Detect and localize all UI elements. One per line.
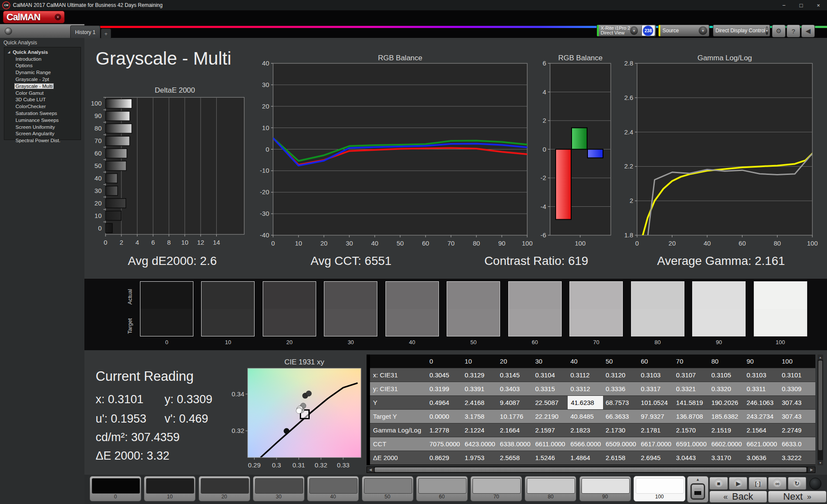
sidebar-item-color-gamut[interactable]: Color Gamut <box>4 90 81 96</box>
table-cell[interactable]: 0.3145 <box>497 368 533 382</box>
source-dropdown-arrow-icon[interactable]: ▼ <box>699 26 707 35</box>
table-cell[interactable]: 2.4168 <box>462 396 497 409</box>
scroll-down-icon[interactable]: ▼ <box>818 460 823 465</box>
table-cell[interactable]: 2.6945 <box>638 451 674 464</box>
table-cell[interactable]: 0.4964 <box>427 396 462 409</box>
selected-cell[interactable]: 41.6238 <box>568 396 603 409</box>
patch-button-40[interactable]: 40 <box>307 476 359 501</box>
sidebar-item-spectral-power-dist-[interactable]: Spectral Power Dist. <box>4 137 81 144</box>
table-cell[interactable]: 190.2026 <box>709 396 744 409</box>
sidebar-item-luminance-sweeps[interactable]: Luminance Sweeps <box>4 117 81 124</box>
scroll-right-icon[interactable]: ▶ <box>808 467 815 473</box>
table-cell[interactable]: 101.0524 <box>638 396 674 409</box>
table-cell[interactable]: 22.5087 <box>532 396 568 409</box>
table-cell[interactable]: 0.3403 <box>497 382 533 395</box>
table-cell[interactable]: 6566.0000 <box>568 437 603 451</box>
table-cell[interactable]: 0.3309 <box>779 382 815 395</box>
table-cell[interactable]: 6611.0000 <box>532 437 568 451</box>
table-cell[interactable]: 97.9327 <box>638 410 674 423</box>
table-cell[interactable]: 9.4087 <box>497 396 533 409</box>
table-cell[interactable]: 6509.0000 <box>603 437 638 451</box>
table-cell[interactable]: 0.3129 <box>462 368 497 382</box>
display-control-dropdown[interactable]: Direct Display Control ▼ <box>713 25 770 37</box>
table-cell[interactable]: 0.3321 <box>674 382 709 395</box>
table-cell[interactable]: 0.3391 <box>462 382 497 395</box>
table-cell[interactable]: 0.3104 <box>532 368 568 382</box>
minimize-button[interactable]: − <box>775 0 793 10</box>
table-cell[interactable]: 2.2749 <box>779 423 815 437</box>
table-cell[interactable]: 40.8485 <box>568 410 603 423</box>
table-cell[interactable]: 2.1570 <box>674 423 709 437</box>
patch-button-20[interactable]: 20 <box>199 476 250 501</box>
table-cell[interactable]: 1.9753 <box>462 451 497 464</box>
table-cell[interactable]: 243.2734 <box>744 410 779 423</box>
tab-history-1[interactable]: History 1 <box>70 25 100 38</box>
table-cell[interactable]: 0.3336 <box>603 382 638 395</box>
sidebar-item-3d-cube-lut[interactable]: 3D Cube LUT <box>4 96 81 103</box>
meter-dropdown[interactable]: X-Rite i1Pro 2 Direct View ▼ 238 <box>597 25 656 37</box>
table-cell[interactable]: 0.3112 <box>568 368 603 382</box>
help-button[interactable]: ? <box>787 25 800 37</box>
scrollbar-thumb[interactable] <box>818 361 822 450</box>
workflow-radio-button[interactable] <box>5 28 12 35</box>
continuous-measure-button[interactable]: ∞ <box>768 477 787 490</box>
patch-button-10[interactable]: 10 <box>144 476 196 501</box>
play-button[interactable]: ▶ <box>729 477 747 490</box>
table-cell[interactable]: 1.5246 <box>532 451 568 464</box>
display-dropdown-arrow-icon[interactable]: ▼ <box>765 26 768 35</box>
sidebar-item-colorchecker[interactable]: ColorChecker <box>4 103 81 110</box>
source-dropdown[interactable]: Source ▼ <box>658 25 709 37</box>
patch-button-0[interactable]: 0 <box>90 476 141 501</box>
table-cell[interactable]: 2.1664 <box>497 423 533 437</box>
panel-collapse-button[interactable]: ◀ <box>801 25 815 37</box>
table-cell[interactable]: 2.1224 <box>462 423 497 437</box>
table-cell[interactable]: 66.3633 <box>603 410 638 423</box>
table-cell[interactable]: 2.1823 <box>568 423 603 437</box>
table-cell[interactable]: 246.1063 <box>744 396 779 409</box>
scrollbar-thumb[interactable] <box>375 467 806 472</box>
sidebar-item-dynamic-range[interactable]: Dynamic Range <box>4 69 81 76</box>
table-cell[interactable]: 6338.0000 <box>497 437 533 451</box>
table-cell[interactable]: 0.3320 <box>709 382 744 395</box>
patch-button-100[interactable]: 100 <box>634 476 685 501</box>
patch-button-60[interactable]: 60 <box>416 476 468 501</box>
table-cell[interactable]: 0.3105 <box>709 368 744 382</box>
table-cell[interactable]: 0.3103 <box>638 368 674 382</box>
table-cell[interactable]: 6621.0000 <box>744 437 779 451</box>
meter-dropdown-arrow-icon[interactable]: ▼ <box>630 26 638 35</box>
table-cell[interactable]: 307.43 <box>779 410 815 423</box>
table-cell[interactable]: 6591.0000 <box>674 437 709 451</box>
patch-button-70[interactable]: 70 <box>470 476 522 501</box>
patch-button-90[interactable]: 90 <box>579 476 631 501</box>
table-cell[interactable]: 0.3199 <box>427 382 462 395</box>
calman-menu-button[interactable]: CalMAN ▼ <box>3 11 65 23</box>
table-cell[interactable]: 6633.0 <box>779 437 815 451</box>
table-cell[interactable]: 68.7573 <box>603 396 638 409</box>
tree-root-quick-analysis[interactable]: ◢Quick Analysis <box>4 49 81 56</box>
sidebar-item-options[interactable]: Options <box>4 62 81 69</box>
scroll-left-icon[interactable]: ◀ <box>367 467 374 473</box>
next-button[interactable]: Next » <box>768 491 827 503</box>
sidebar-item-saturation-sweeps[interactable]: Saturation Sweeps <box>4 110 81 117</box>
table-cell[interactable]: 0.3107 <box>674 368 709 382</box>
table-cell[interactable]: 0.3101 <box>779 368 815 382</box>
table-cell[interactable]: 3.0443 <box>674 451 709 464</box>
table-cell[interactable]: 2.1597 <box>532 423 568 437</box>
table-cell[interactable]: 6617.0000 <box>638 437 674 451</box>
table-cell[interactable]: 185.6382 <box>709 410 744 423</box>
table-cell[interactable]: 1.4864 <box>568 451 603 464</box>
table-cell[interactable]: 1.2778 <box>427 423 462 437</box>
table-cell[interactable]: 0.0000 <box>427 410 462 423</box>
settings-button[interactable]: ⚙ <box>772 25 786 37</box>
table-cell[interactable]: 307.43 <box>779 396 815 409</box>
table-cell[interactable]: 2.1519 <box>709 423 744 437</box>
single-measure-button[interactable]: [·] <box>749 477 767 490</box>
table-cell[interactable]: 3.1758 <box>462 410 497 423</box>
table-cell[interactable]: 10.1776 <box>497 410 533 423</box>
table-cell[interactable]: 2.1564 <box>744 423 779 437</box>
table-cell[interactable]: 141.5819 <box>674 396 709 409</box>
table-cell[interactable]: 22.2190 <box>532 410 568 423</box>
table-cell[interactable]: 0.3045 <box>427 368 462 382</box>
table-cell[interactable]: 0.3311 <box>744 382 779 395</box>
refresh-button[interactable]: ↻ <box>788 477 806 490</box>
